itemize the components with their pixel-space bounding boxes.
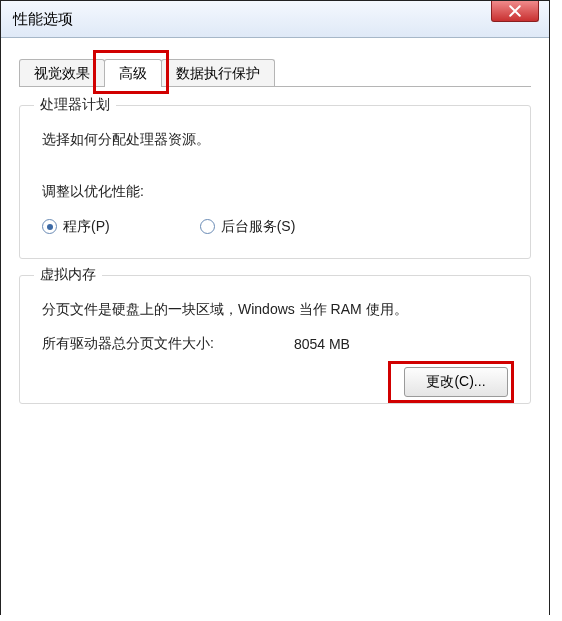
tab-dep[interactable]: 数据执行保护 bbox=[161, 59, 275, 86]
close-icon bbox=[509, 5, 521, 17]
radio-background[interactable]: 后台服务(S) bbox=[200, 218, 296, 236]
adjust-label: 调整以优化性能: bbox=[42, 180, 508, 204]
tab-panel-advanced: 处理器计划 选择如何分配处理器资源。 调整以优化性能: 程序(P) 后台服务(S… bbox=[19, 87, 531, 404]
group-processor-scheduling: 处理器计划 选择如何分配处理器资源。 调整以优化性能: 程序(P) 后台服务(S… bbox=[19, 105, 531, 259]
radio-programs[interactable]: 程序(P) bbox=[42, 218, 110, 236]
group-legend-processor: 处理器计划 bbox=[34, 96, 116, 114]
tab-advanced[interactable]: 高级 bbox=[104, 59, 162, 87]
close-button[interactable] bbox=[491, 1, 539, 22]
radio-dot-background bbox=[200, 219, 215, 234]
total-paging-label: 所有驱动器总分页文件大小: bbox=[42, 335, 214, 353]
total-paging-row: 所有驱动器总分页文件大小: 8054 MB bbox=[42, 335, 508, 353]
performance-options-window: 性能选项 视觉效果 高级 数据执行保护 处理器计划 选择如何分配处理器资源。 调… bbox=[0, 0, 550, 615]
group-legend-virtual-memory: 虚拟内存 bbox=[34, 266, 102, 284]
processor-radio-row: 程序(P) 后台服务(S) bbox=[42, 218, 508, 236]
change-button[interactable]: 更改(C)... bbox=[404, 367, 508, 397]
virtual-memory-description: 分页文件是硬盘上的一块区域，Windows 当作 RAM 使用。 bbox=[42, 298, 508, 322]
client-area: 视觉效果 高级 数据执行保护 处理器计划 选择如何分配处理器资源。 调整以优化性… bbox=[1, 38, 549, 615]
window-title: 性能选项 bbox=[13, 10, 73, 29]
radio-dot-programs bbox=[42, 219, 57, 234]
radio-label-programs: 程序(P) bbox=[63, 218, 110, 236]
tab-visual-effects[interactable]: 视觉效果 bbox=[19, 59, 105, 86]
tab-strip: 视觉效果 高级 数据执行保护 bbox=[19, 56, 531, 87]
processor-description: 选择如何分配处理器资源。 bbox=[42, 128, 508, 152]
total-paging-value: 8054 MB bbox=[294, 336, 350, 352]
group-virtual-memory: 虚拟内存 分页文件是硬盘上的一块区域，Windows 当作 RAM 使用。 所有… bbox=[19, 275, 531, 405]
radio-label-background: 后台服务(S) bbox=[221, 218, 296, 236]
title-bar: 性能选项 bbox=[1, 1, 549, 38]
virtual-memory-button-row: 更改(C)... bbox=[42, 367, 508, 397]
